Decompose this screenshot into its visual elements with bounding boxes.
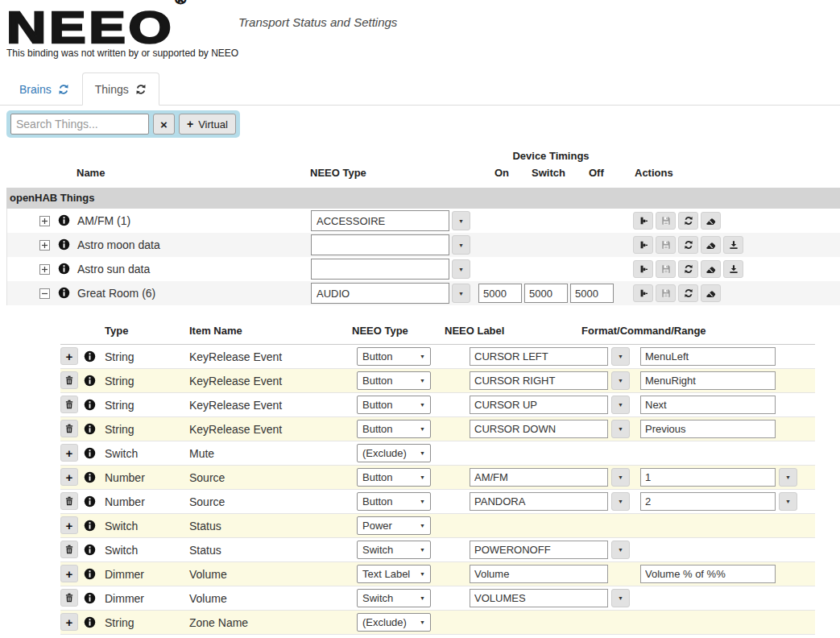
format-dropdown-button[interactable]: ▼ — [779, 492, 797, 511]
add-virtual-button[interactable]: + Virtual — [179, 114, 236, 135]
hammer-button[interactable] — [633, 212, 653, 230]
delete-channel-button[interactable] — [60, 396, 78, 413]
eraser-button[interactable] — [701, 236, 721, 254]
format-input[interactable] — [640, 565, 776, 583]
channel-neeo-type-select[interactable]: (Exclude) ▼ — [357, 444, 431, 462]
format-input[interactable] — [640, 371, 776, 390]
neeo-label-dropdown-button[interactable]: ▼ — [611, 371, 630, 390]
info-icon[interactable] — [84, 423, 96, 435]
channel-neeo-type-select[interactable]: Button ▼ — [357, 492, 431, 511]
eraser-button[interactable] — [701, 260, 721, 278]
timing-off-input[interactable] — [570, 284, 614, 303]
neeo-type-dropdown-button[interactable]: ▼ — [452, 211, 470, 230]
save-button[interactable] — [656, 284, 676, 302]
info-icon[interactable] — [84, 350, 96, 362]
format-dropdown-button[interactable]: ▼ — [779, 468, 797, 487]
info-icon[interactable] — [84, 399, 96, 411]
save-button[interactable] — [656, 236, 676, 254]
refresh-button[interactable] — [678, 236, 698, 254]
channel-neeo-type-select[interactable]: Button ▼ — [357, 396, 431, 414]
refresh-icon[interactable] — [135, 84, 147, 95]
channel-neeo-type-select[interactable]: Button ▼ — [357, 371, 431, 390]
channel-neeo-type-select[interactable]: (Exclude) ▼ — [357, 613, 431, 632]
channel-neeo-type-select[interactable]: Button ▼ — [357, 468, 431, 487]
add-channel-button[interactable]: + — [60, 516, 78, 534]
save-button[interactable] — [656, 260, 676, 278]
info-icon[interactable] — [84, 616, 96, 628]
neeo-type-input[interactable] — [311, 234, 449, 255]
refresh-icon[interactable] — [58, 84, 69, 95]
eraser-button[interactable] — [701, 212, 721, 230]
add-channel-button[interactable]: + — [60, 565, 78, 582]
neeo-label-input[interactable] — [470, 541, 608, 559]
neeo-label-input[interactable] — [470, 420, 608, 438]
eraser-button[interactable] — [701, 284, 721, 302]
tab-brains[interactable]: Brains — [6, 72, 82, 106]
format-input[interactable] — [640, 420, 776, 438]
info-icon[interactable] — [84, 568, 96, 580]
save-button[interactable] — [656, 212, 676, 230]
channel-neeo-type-select[interactable]: Switch ▼ — [357, 589, 431, 607]
neeo-type-dropdown-button[interactable]: ▼ — [452, 259, 470, 279]
refresh-button[interactable] — [678, 212, 698, 230]
add-channel-button[interactable]: + — [60, 613, 78, 631]
info-icon[interactable] — [84, 375, 96, 387]
timing-on-input[interactable] — [478, 284, 522, 303]
download-button[interactable] — [723, 236, 743, 254]
neeo-type-input[interactable] — [311, 283, 449, 304]
neeo-type-input[interactable] — [311, 210, 449, 231]
neeo-label-dropdown-button[interactable]: ▼ — [611, 420, 630, 438]
neeo-label-input[interactable] — [470, 371, 608, 390]
neeo-label-dropdown-button[interactable]: ▼ — [611, 396, 630, 414]
neeo-label-input[interactable] — [470, 347, 608, 366]
add-channel-button[interactable]: + — [60, 468, 78, 486]
format-input[interactable] — [640, 468, 776, 487]
neeo-label-dropdown-button[interactable]: ▼ — [611, 492, 630, 511]
search-input[interactable] — [10, 114, 149, 135]
format-input[interactable] — [640, 492, 776, 511]
neeo-label-input[interactable] — [470, 468, 608, 487]
add-channel-button[interactable]: + — [60, 444, 78, 462]
channel-neeo-type-select[interactable]: Text Label ▼ — [357, 565, 431, 583]
neeo-type-dropdown-button[interactable]: ▼ — [452, 235, 470, 255]
refresh-button[interactable] — [678, 284, 698, 302]
neeo-label-input[interactable] — [470, 589, 608, 607]
refresh-button[interactable] — [678, 260, 698, 278]
info-icon[interactable] — [84, 447, 96, 459]
delete-channel-button[interactable] — [60, 420, 78, 437]
delete-channel-button[interactable] — [60, 541, 78, 558]
hammer-button[interactable] — [633, 260, 653, 278]
channel-neeo-type-select[interactable]: Button ▼ — [357, 347, 431, 366]
info-icon[interactable] — [58, 238, 70, 251]
format-input[interactable] — [640, 396, 776, 414]
info-icon[interactable] — [58, 287, 70, 299]
expand-button[interactable] — [39, 263, 50, 274]
info-icon[interactable] — [84, 471, 96, 483]
info-icon[interactable] — [84, 592, 96, 604]
expand-button[interactable] — [39, 239, 50, 250]
neeo-label-dropdown-button[interactable]: ▼ — [611, 347, 630, 366]
info-icon[interactable] — [58, 214, 70, 226]
info-icon[interactable] — [84, 495, 96, 508]
channel-neeo-type-select[interactable]: Power ▼ — [357, 516, 431, 535]
info-icon[interactable] — [84, 544, 96, 556]
channel-neeo-type-select[interactable]: Switch ▼ — [357, 541, 431, 559]
expand-button[interactable] — [39, 215, 50, 226]
add-channel-button[interactable]: + — [60, 347, 78, 365]
delete-channel-button[interactable] — [60, 589, 78, 607]
neeo-label-dropdown-button[interactable]: ▼ — [611, 589, 630, 607]
neeo-label-dropdown-button[interactable]: ▼ — [611, 541, 630, 559]
delete-channel-button[interactable] — [60, 371, 78, 389]
delete-channel-button[interactable] — [60, 492, 78, 510]
clear-search-button[interactable]: × — [153, 114, 175, 135]
channel-neeo-type-select[interactable]: Button ▼ — [357, 420, 431, 438]
collapse-button[interactable] — [39, 288, 50, 298]
neeo-label-input[interactable] — [470, 492, 608, 511]
hammer-button[interactable] — [633, 236, 653, 254]
format-input[interactable] — [640, 347, 776, 366]
neeo-label-input[interactable] — [470, 565, 608, 583]
info-icon[interactable] — [58, 263, 70, 275]
hammer-button[interactable] — [633, 284, 653, 302]
neeo-type-input[interactable] — [311, 259, 449, 280]
timing-switch-input[interactable] — [524, 284, 568, 303]
